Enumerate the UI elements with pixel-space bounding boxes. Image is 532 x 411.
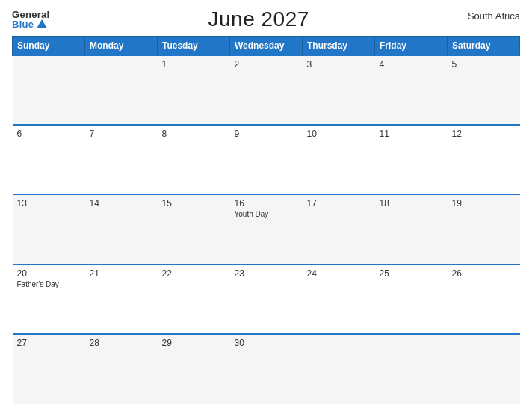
holiday-label: Father's Day — [17, 280, 81, 288]
logo-blue: Blue — [12, 19, 50, 29]
day-number: 7 — [90, 129, 153, 139]
calendar-cell: 26 — [448, 265, 520, 334]
page-wrapper: General Blue June 2027 South Africa Sund… — [0, 0, 532, 411]
day-number: 11 — [380, 129, 443, 139]
calendar-cell — [85, 55, 158, 125]
day-number: 9 — [235, 129, 298, 139]
calendar-cell: 7 — [85, 125, 158, 194]
calendar-cell: 17 — [303, 194, 375, 264]
calendar-table: Sunday Monday Tuesday Wednesday Thursday… — [12, 36, 520, 404]
header-row: Sunday Monday Tuesday Wednesday Thursday… — [13, 37, 520, 56]
country-label: South Africa — [468, 10, 520, 22]
day-number: 2 — [235, 59, 298, 69]
day-number: 23 — [235, 268, 298, 279]
day-number: 25 — [380, 268, 443, 279]
calendar-cell — [448, 334, 520, 404]
day-number: 12 — [452, 129, 516, 139]
calendar-cell: 15 — [158, 194, 230, 264]
calendar-row-1: 12345 — [13, 55, 520, 125]
calendar-cell — [13, 55, 85, 125]
day-number: 22 — [162, 268, 226, 279]
day-number: 8 — [162, 129, 226, 139]
day-number: 27 — [17, 338, 81, 348]
header-sunday: Sunday — [13, 37, 85, 56]
day-number: 18 — [380, 198, 443, 208]
calendar-cell: 14 — [85, 194, 158, 264]
day-number: 29 — [162, 338, 226, 348]
header-wednesday: Wednesday — [230, 37, 303, 56]
calendar-cell: 28 — [85, 334, 158, 404]
day-number: 4 — [380, 59, 443, 69]
calendar-cell: 3 — [303, 55, 375, 125]
calendar-cell: 2 — [230, 55, 303, 125]
calendar-row-3: 13141516Youth Day171819 — [13, 194, 520, 264]
header-saturday: Saturday — [448, 37, 520, 56]
holiday-label: Youth Day — [235, 210, 298, 218]
day-number: 6 — [17, 129, 81, 139]
logo-area: General Blue — [12, 10, 50, 29]
day-number: 17 — [307, 198, 371, 208]
calendar-cell: 30 — [230, 334, 303, 404]
calendar-cell: 8 — [158, 125, 230, 194]
day-number: 26 — [452, 268, 516, 279]
calendar-cell — [375, 334, 448, 404]
header-monday: Monday — [85, 37, 158, 56]
calendar-cell: 12 — [448, 125, 520, 194]
day-number: 10 — [307, 129, 371, 139]
calendar-cell: 16Youth Day — [230, 194, 303, 264]
day-number: 15 — [162, 198, 226, 208]
calendar-cell: 10 — [303, 125, 375, 194]
calendar-cell: 24 — [303, 265, 375, 334]
top-bar: General Blue June 2027 South Africa — [12, 7, 520, 31]
calendar-cell: 4 — [375, 55, 448, 125]
day-number: 28 — [90, 338, 153, 348]
header-tuesday: Tuesday — [158, 37, 230, 56]
day-number: 24 — [307, 268, 371, 279]
day-number: 30 — [235, 338, 298, 348]
day-number: 14 — [90, 198, 153, 208]
calendar-cell: 20Father's Day — [13, 265, 85, 334]
calendar-cell — [303, 334, 375, 404]
calendar-cell: 19 — [448, 194, 520, 264]
calendar-cell: 1 — [158, 55, 230, 125]
calendar-cell: 18 — [375, 194, 448, 264]
logo-triangle-icon — [37, 19, 47, 28]
calendar-row-5: 27282930 — [13, 334, 520, 404]
day-number: 19 — [452, 198, 516, 208]
day-number: 16 — [235, 198, 298, 208]
calendar-cell: 6 — [13, 125, 85, 194]
calendar-cell: 9 — [230, 125, 303, 194]
day-number: 13 — [17, 198, 81, 208]
calendar-cell: 5 — [448, 55, 520, 125]
calendar-cell: 23 — [230, 265, 303, 334]
calendar-cell: 21 — [85, 265, 158, 334]
header-friday: Friday — [375, 37, 448, 56]
calendar-cell: 11 — [375, 125, 448, 194]
day-number: 21 — [90, 268, 153, 279]
calendar-cell: 22 — [158, 265, 230, 334]
calendar-row-4: 20Father's Day212223242526 — [13, 265, 520, 334]
calendar-cell: 13 — [13, 194, 85, 264]
day-number: 5 — [452, 59, 516, 69]
day-number: 3 — [307, 59, 371, 69]
calendar-title: June 2027 — [208, 7, 309, 31]
calendar-row-2: 6789101112 — [13, 125, 520, 194]
calendar-cell: 25 — [375, 265, 448, 334]
day-number: 1 — [162, 59, 226, 69]
calendar-cell: 29 — [158, 334, 230, 404]
calendar-cell: 27 — [13, 334, 85, 404]
header-thursday: Thursday — [303, 37, 375, 56]
day-number: 20 — [17, 268, 81, 279]
